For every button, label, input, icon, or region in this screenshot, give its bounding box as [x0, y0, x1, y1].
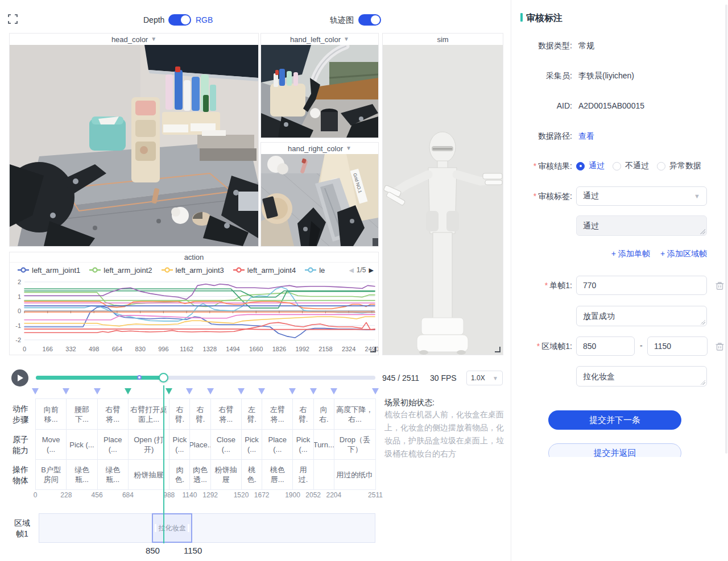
legend-prev-icon[interactable]: ◀: [349, 267, 353, 274]
timeline-marker[interactable]: [166, 388, 172, 398]
timeline-marker[interactable]: [330, 388, 337, 398]
segment-cell[interactable]: 左臂.: [242, 399, 262, 430]
timeline-marker[interactable]: [289, 388, 296, 398]
region-left-handle[interactable]: [155, 524, 156, 532]
segment-cell[interactable]: 左臂将...: [262, 399, 293, 430]
segment-cell[interactable]: 桃色唇...: [262, 460, 293, 490]
legend-next-icon[interactable]: ▶: [369, 267, 374, 274]
segment-cell[interactable]: 用过.: [293, 460, 313, 490]
single-frame-input[interactable]: 770: [576, 276, 707, 295]
timeline-marker[interactable]: [238, 388, 245, 398]
segment-cell[interactable]: 粉饼抽屉: [211, 460, 242, 490]
region-start-input[interactable]: 850: [576, 336, 635, 356]
playhead-line[interactable]: [163, 385, 164, 543]
segment-cell[interactable]: Move (...: [36, 430, 67, 460]
legend-item[interactable]: left_arm_joint2: [89, 266, 152, 275]
single-frame-note[interactable]: 放置成功: [576, 306, 707, 326]
segment-cell[interactable]: 向右.: [314, 399, 334, 430]
segment-cell[interactable]: 右臂将...: [98, 399, 129, 430]
review-result-radio[interactable]: 不通过: [613, 161, 649, 171]
sim-panel: sim: [382, 33, 503, 355]
segment-cell[interactable]: Close (...: [211, 430, 242, 460]
resize-grip-icon[interactable]: [700, 380, 705, 385]
svg-text:-1: -1: [15, 322, 21, 329]
hand-right-camera-title[interactable]: hand_right_color ▼: [261, 143, 378, 154]
segment-cell[interactable]: 桃色.: [242, 460, 262, 490]
region-frame-note[interactable]: 拉化妆盒: [576, 366, 707, 387]
timeline-marker[interactable]: [186, 388, 193, 398]
segment-cell[interactable]: Pick (...: [169, 430, 190, 460]
segment-cell[interactable]: 肉色.: [169, 460, 190, 490]
hand-left-camera-title[interactable]: hand_left_color ▼: [261, 34, 378, 45]
region-end-input[interactable]: 1150: [647, 336, 708, 356]
segment-cell[interactable]: 绿色瓶...: [98, 460, 129, 490]
review-result-radio[interactable]: 异常数据: [657, 161, 701, 171]
submit-back-button[interactable]: 提交并返回: [548, 443, 681, 457]
timeline-marker[interactable]: [372, 388, 379, 398]
timeline-marker[interactable]: [94, 388, 101, 398]
timeline-marker[interactable]: [32, 388, 39, 398]
sim-robot-image[interactable]: [383, 45, 503, 355]
timeline-marker[interactable]: [310, 388, 317, 398]
panel-scrollbar[interactable]: [725, 5, 727, 454]
progress-track[interactable]: [36, 376, 375, 380]
segment-cell[interactable]: 腰部下...: [67, 399, 97, 430]
resize-corner-icon[interactable]: [495, 347, 500, 352]
segment-cell[interactable]: Pick (...: [242, 430, 262, 460]
segment-cell[interactable]: 向前移...: [36, 399, 67, 430]
action-chart-panel: action left_arm_joint1 left_arm_joint2 l…: [9, 252, 379, 355]
segment-cell[interactable]: Place (...: [98, 430, 129, 460]
segment-cell[interactable]: [314, 460, 334, 490]
segment-cell[interactable]: Pick (...: [67, 430, 97, 460]
frame-axis-label: 1672: [254, 491, 270, 499]
segment-cell[interactable]: 右臂.: [169, 399, 190, 430]
legend-item[interactable]: left_arm_joint1: [18, 266, 80, 275]
segment-cell[interactable]: 绿色瓶...: [67, 460, 97, 490]
segment-cell[interactable]: Place (...: [262, 430, 293, 460]
single-frame-dot[interactable]: [137, 375, 142, 380]
region-right-handle[interactable]: [188, 524, 189, 532]
head-camera-title[interactable]: head_color ▼: [10, 34, 258, 45]
region-segment[interactable]: 拉化妆盒: [152, 513, 192, 543]
segment-cell[interactable]: Pick (...: [293, 430, 313, 460]
add-region-frame-link[interactable]: + 添加区域帧: [660, 249, 707, 259]
review-result-radio[interactable]: 通过: [576, 161, 605, 171]
legend-page-indicator: 1/5: [357, 266, 366, 274]
legend-item[interactable]: le: [305, 266, 325, 275]
speed-select[interactable]: 1.0X ▼: [466, 371, 503, 385]
add-single-frame-link[interactable]: + 添加单帧: [611, 249, 650, 259]
segment-cell[interactable]: Drop（丢下）: [334, 430, 376, 460]
data-path-link[interactable]: 查看: [578, 131, 594, 142]
segment-cell[interactable]: Turn...: [314, 430, 334, 460]
segment-cell[interactable]: 右臂.: [190, 399, 210, 430]
timeline-marker[interactable]: [125, 388, 131, 398]
segment-cell[interactable]: B户型房间: [36, 460, 67, 490]
resize-grip-icon[interactable]: [700, 229, 705, 234]
review-tag-select[interactable]: 通过 ▼: [576, 186, 707, 206]
review-tag-note[interactable]: 通过: [576, 215, 707, 236]
segment-cell[interactable]: 高度下降，右...: [334, 399, 376, 430]
delete-region-frame-icon[interactable]: [715, 342, 725, 351]
timeline-marker[interactable]: [258, 388, 265, 398]
legend-item[interactable]: left_arm_joint4: [233, 266, 296, 275]
segment-cell[interactable]: 右臂.: [293, 399, 313, 430]
submit-next-button[interactable]: 提交并下一条: [548, 410, 681, 430]
play-button[interactable]: [11, 369, 28, 387]
segment-cell[interactable]: Place..: [190, 430, 210, 460]
segment-cell[interactable]: 肉色透...: [190, 460, 210, 490]
hand-right-camera-title-label: hand_right_color: [288, 144, 343, 153]
frame-axis-label: 1292: [202, 491, 218, 499]
depth-rgb-toggle[interactable]: [168, 14, 191, 26]
resize-corner-icon[interactable]: [370, 347, 376, 352]
delete-single-frame-icon[interactable]: [715, 281, 725, 290]
trajectory-toggle[interactable]: [358, 14, 381, 26]
region-band[interactable]: 拉化妆盒: [39, 513, 375, 543]
segment-cell[interactable]: 右臂将...: [211, 399, 242, 430]
timeline-marker[interactable]: [63, 388, 69, 398]
timeline-marker[interactable]: [207, 388, 214, 398]
fullscreen-icon[interactable]: [8, 14, 18, 24]
progress-handle[interactable]: [159, 373, 168, 383]
segment-cell[interactable]: 用过的纸巾: [334, 460, 376, 490]
resize-grip-icon[interactable]: [700, 319, 705, 325]
legend-item[interactable]: left_arm_joint3: [162, 266, 224, 275]
